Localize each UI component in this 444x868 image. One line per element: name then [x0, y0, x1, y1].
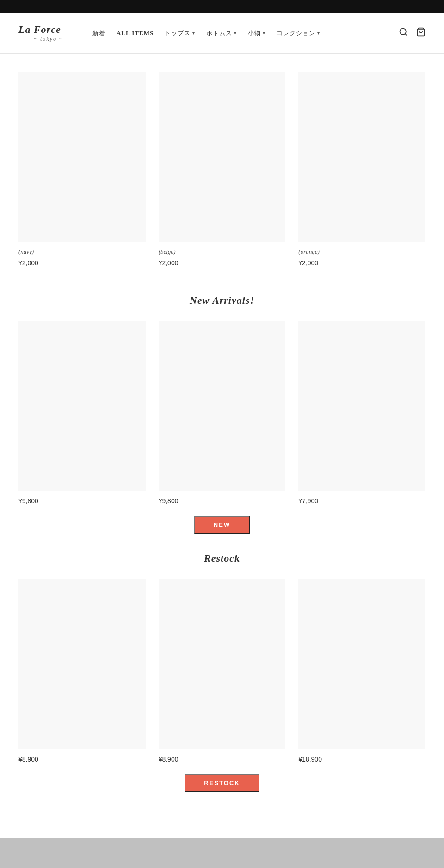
chevron-down-icon: ▾ — [263, 31, 265, 36]
product-image — [298, 72, 426, 242]
product-card-restock-1[interactable]: ¥8,900 — [18, 579, 146, 762]
product-image — [18, 321, 146, 491]
section-title-restock: Restock — [18, 552, 426, 564]
site-footer — [0, 838, 444, 868]
restock-badge-button[interactable]: RESTOCK — [185, 774, 259, 792]
site-header: La Force ~ tokyo ~ 新着 ALL ITEMS トップス ▾ ボ… — [0, 13, 444, 54]
chevron-down-icon: ▾ — [234, 31, 237, 36]
product-price: ¥8,900 — [18, 756, 146, 763]
new-badge-button[interactable]: NEW — [194, 516, 250, 534]
main-content: (navy) ¥2,000 (beige) ¥2,000 (orange) ¥2… — [0, 54, 444, 838]
new-badge-wrap: NEW — [18, 516, 426, 534]
section-first: (navy) ¥2,000 (beige) ¥2,000 (orange) ¥2… — [18, 54, 426, 285]
product-card-2[interactable]: ¥9,800 — [159, 321, 286, 505]
announcement-bar — [0, 0, 444, 13]
product-name: (orange) — [298, 248, 426, 256]
product-card-restock-2[interactable]: ¥8,900 — [159, 579, 286, 762]
product-card-navy[interactable]: (navy) ¥2,000 — [18, 72, 146, 267]
section-title-new-arrivals: New Arrivals! — [18, 294, 426, 306]
product-price: ¥9,800 — [159, 497, 286, 505]
product-card-1[interactable]: ¥9,800 — [18, 321, 146, 505]
product-grid-new-arrivals: ¥9,800 ¥9,800 ¥7,900 — [18, 321, 426, 505]
product-grid-restock: ¥8,900 ¥8,900 ¥18,900 — [18, 579, 426, 762]
product-name: (navy) — [18, 248, 146, 256]
nav-item-tops[interactable]: トップス ▾ — [165, 29, 195, 37]
product-image — [159, 72, 286, 242]
product-image — [298, 579, 426, 749]
nav-item-new[interactable]: 新着 — [92, 29, 105, 37]
product-image — [159, 579, 286, 749]
restock-badge-wrap: RESTOCK — [18, 774, 426, 792]
product-image — [18, 72, 146, 242]
product-price: ¥2,000 — [18, 259, 146, 267]
chevron-down-icon: ▾ — [192, 31, 195, 36]
product-grid-first: (navy) ¥2,000 (beige) ¥2,000 (orange) ¥2… — [18, 72, 426, 267]
product-price: ¥9,800 — [18, 497, 146, 505]
product-image — [298, 321, 426, 491]
product-card-3[interactable]: ¥7,900 — [298, 321, 426, 505]
product-price: ¥7,900 — [298, 497, 426, 505]
main-nav: 新着 ALL ITEMS トップス ▾ ボトムス ▾ 小物 ▾ コレクション ▾ — [92, 29, 399, 37]
product-card-orange[interactable]: (orange) ¥2,000 — [298, 72, 426, 267]
svg-line-1 — [405, 34, 407, 36]
nav-item-all-items[interactable]: ALL ITEMS — [117, 30, 154, 37]
nav-item-collection[interactable]: コレクション ▾ — [277, 29, 320, 37]
product-price: ¥8,900 — [159, 756, 286, 763]
product-image — [18, 579, 146, 749]
logo-title: La Force — [18, 24, 79, 36]
nav-item-bottoms[interactable]: ボトムス ▾ — [206, 29, 237, 37]
product-price: ¥2,000 — [298, 259, 426, 267]
product-image — [159, 321, 286, 491]
nav-item-accessories[interactable]: 小物 ▾ — [248, 29, 265, 37]
search-icon[interactable] — [399, 27, 408, 39]
product-price: ¥18,900 — [298, 756, 426, 763]
logo-subtitle: ~ tokyo ~ — [18, 36, 79, 43]
cart-icon[interactable] — [416, 27, 426, 39]
header-icons — [399, 27, 426, 39]
logo[interactable]: La Force ~ tokyo ~ — [18, 24, 79, 43]
product-price: ¥2,000 — [159, 259, 286, 267]
section-new-arrivals: New Arrivals! ¥9,800 ¥9,800 ¥7,900 NEW — [18, 294, 426, 534]
section-restock: Restock ¥8,900 ¥8,900 ¥18,900 RESTOCK — [18, 552, 426, 792]
chevron-down-icon: ▾ — [317, 31, 320, 36]
product-card-restock-3[interactable]: ¥18,900 — [298, 579, 426, 762]
product-card-beige[interactable]: (beige) ¥2,000 — [159, 72, 286, 267]
product-name: (beige) — [159, 248, 286, 256]
